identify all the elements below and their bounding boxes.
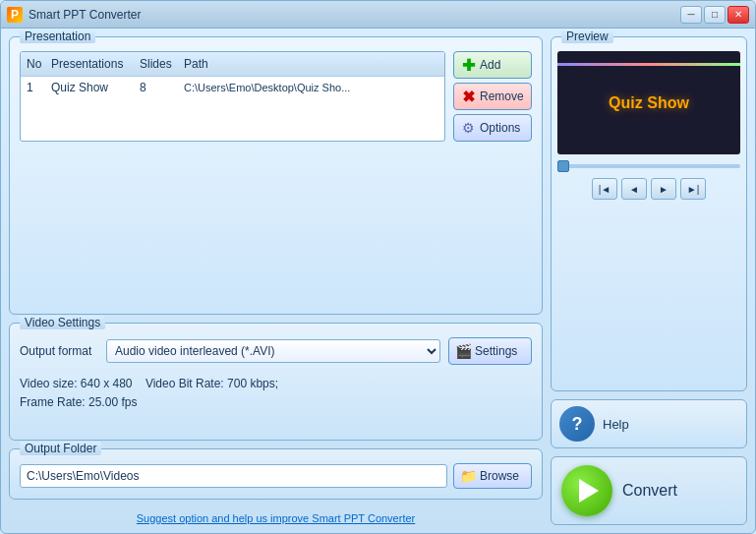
video-settings-title: Video Settings <box>20 316 105 329</box>
prev-slide-button[interactable]: ◄ <box>621 178 647 200</box>
folder-icon: 📁 <box>460 468 476 484</box>
col-header-slides: Slides <box>134 55 178 73</box>
row-no: 1 <box>21 79 45 96</box>
format-row: Output format Audio video interleaved (*… <box>20 337 532 365</box>
convert-button[interactable] <box>561 465 612 516</box>
settings-button[interactable]: 🎬 Settings <box>448 337 532 365</box>
last-slide-button[interactable]: ►| <box>680 178 706 200</box>
options-button-label: Options <box>480 121 520 135</box>
app-icon: P <box>7 7 23 23</box>
video-settings-section: Video Settings Output format Audio video… <box>9 323 543 441</box>
browse-button[interactable]: 📁 Browse <box>453 463 532 489</box>
suggest-link-area: Suggest option and help us improve Smart… <box>9 511 543 525</box>
col-header-no: No <box>21 55 45 73</box>
row-path: C:\Users\Emo\Desktop\Quiz Sho... <box>178 80 444 95</box>
settings-button-label: Settings <box>475 344 517 358</box>
output-path-input[interactable] <box>20 464 447 488</box>
remove-button[interactable]: ✖ Remove <box>453 83 532 110</box>
add-button-label: Add <box>480 58 500 72</box>
options-button[interactable]: ⚙ Options <box>453 114 532 142</box>
slider-track <box>557 164 740 168</box>
presentation-inner: No Presentations Slides Path 1 Quiz Show… <box>20 51 532 142</box>
window-title: Smart PPT Converter <box>29 8 680 22</box>
restore-button[interactable]: □ <box>704 6 726 24</box>
col-header-path: Path <box>178 55 444 73</box>
output-folder-title: Output Folder <box>20 442 101 455</box>
first-slide-button[interactable]: |◄ <box>592 178 617 200</box>
output-folder-section: Output Folder 📁 Browse <box>9 448 543 500</box>
main-window: P Smart PPT Converter ─ □ ✕ Presentation… <box>0 0 756 534</box>
right-panel: Preview Quiz Show |◄ ◄ ► ►| <box>551 36 747 525</box>
left-panel: Presentation No Presentations Slides Pat… <box>9 36 543 525</box>
presentation-section-title: Presentation <box>20 30 95 43</box>
preview-section-title: Preview <box>561 30 613 43</box>
preview-controls: |◄ ◄ ► ►| <box>557 178 740 200</box>
x-icon: ✖ <box>460 89 476 104</box>
table-row[interactable]: 1 Quiz Show 8 C:\Users\Emo\Desktop\Quiz … <box>21 77 444 98</box>
help-label: Help <box>603 417 629 432</box>
slider-thumb <box>557 160 569 172</box>
preview-image: Quiz Show <box>557 51 740 154</box>
video-size: Video size: 640 x 480 <box>20 377 133 390</box>
table-header: No Presentations Slides Path <box>21 52 444 77</box>
gear-icon: ⚙ <box>460 120 476 136</box>
play-icon <box>579 479 599 503</box>
help-icon: ? <box>559 406 595 442</box>
help-section[interactable]: ? Help <box>551 399 747 448</box>
remove-button-label: Remove <box>480 89 524 103</box>
video-info: Video size: 640 x 480 Video Bit Rate: 70… <box>20 375 532 412</box>
preview-section: Preview Quiz Show |◄ ◄ ► ►| <box>551 36 747 391</box>
presentation-section: Presentation No Presentations Slides Pat… <box>9 36 543 315</box>
presentation-buttons: ✚ Add ✖ Remove ⚙ Options <box>453 51 532 142</box>
window-controls: ─ □ ✕ <box>680 6 749 24</box>
minimize-button[interactable]: ─ <box>680 6 702 24</box>
video-bitrate: Video Bit Rate: 700 kbps; <box>145 377 278 390</box>
format-select[interactable]: Audio video interleaved (*.AVI) MPEG-4 (… <box>106 339 440 363</box>
next-slide-button[interactable]: ► <box>651 178 676 200</box>
convert-label: Convert <box>622 482 677 500</box>
row-slides: 8 <box>134 79 178 96</box>
preview-slide-title: Quiz Show <box>609 94 689 112</box>
film-icon: 🎬 <box>455 343 471 359</box>
presentations-table: No Presentations Slides Path 1 Quiz Show… <box>20 51 445 142</box>
suggest-link[interactable]: Suggest option and help us improve Smart… <box>137 512 416 524</box>
title-bar: P Smart PPT Converter ─ □ ✕ <box>1 1 755 29</box>
output-inner: 📁 Browse <box>20 463 532 489</box>
window-body: Presentation No Presentations Slides Pat… <box>1 29 755 533</box>
video-framerate: Frame Rate: 25.00 fps <box>20 395 137 409</box>
plus-icon: ✚ <box>460 57 476 73</box>
convert-section[interactable]: Convert <box>551 456 747 525</box>
col-header-name: Presentations <box>45 55 134 73</box>
preview-stripe-top <box>557 63 740 66</box>
format-label: Output format <box>20 344 98 358</box>
row-name: Quiz Show <box>45 79 134 96</box>
add-button[interactable]: ✚ Add <box>453 51 532 79</box>
preview-slider[interactable] <box>557 160 740 172</box>
browse-button-label: Browse <box>480 469 519 483</box>
close-button[interactable]: ✕ <box>727 6 749 24</box>
